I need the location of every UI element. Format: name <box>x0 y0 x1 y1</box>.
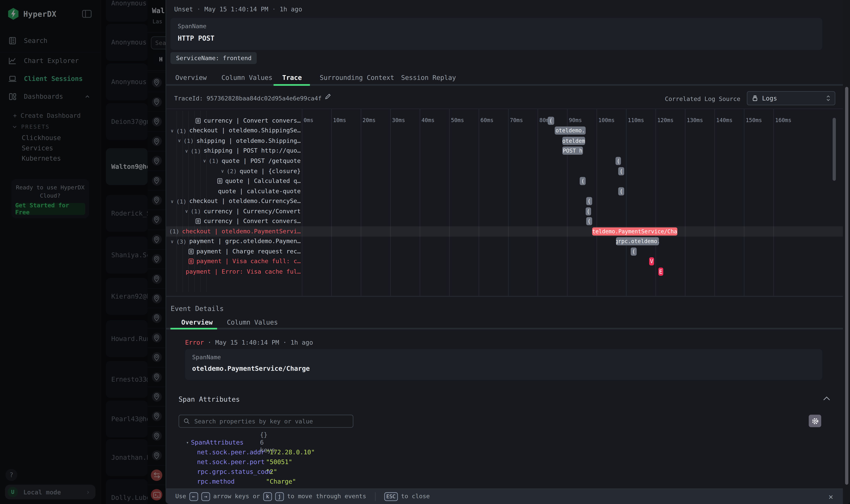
span-duration-bar[interactable]: grpc.oteldemo. <box>616 237 659 246</box>
span-tree-row[interactable]: ∨(1)quote | POST /getquote <box>170 156 301 166</box>
span-name-card: SpanName HTTP POST <box>170 18 822 50</box>
waterfall-scrollbar[interactable] <box>833 118 835 181</box>
span-tree-row[interactable]: ∨(1)currency | Currency/Convert <box>170 206 301 216</box>
chevron-down-icon[interactable]: ∨ <box>178 138 181 144</box>
tab-surrounding-context[interactable]: Surrounding Context <box>320 74 394 82</box>
span-duration-bar[interactable]: ( <box>631 248 636 256</box>
log-event-icon <box>188 259 194 265</box>
span-tree-row[interactable]: ∨(1)shipping | oteldemo.Shipping… <box>170 136 301 146</box>
tab-track <box>166 84 850 86</box>
log-source-value: Logs <box>762 94 822 102</box>
drawer-scrollbar-track[interactable] <box>843 0 850 504</box>
service-name-chip[interactable]: ServiceName: frontend <box>170 52 257 64</box>
tab-track <box>166 328 850 329</box>
attribute-row[interactable]: rpc.method"Charge" <box>197 478 235 485</box>
drawer-scrollbar-thumb[interactable] <box>845 87 848 485</box>
attribute-row[interactable]: net.sock.peer.addr"172.28.0.10" <box>197 448 265 456</box>
attribute-search <box>179 415 353 428</box>
chevron-down-icon[interactable]: ∨ <box>185 209 188 214</box>
timeline-tick: 30ms <box>392 117 405 123</box>
span-duration-bar[interactable]: oteldem <box>562 137 585 145</box>
span-tree-row[interactable]: ∨(1)checkout | oteldemo.PaymentServi… <box>170 227 301 236</box>
span-tree-row[interactable]: ∨(1)checkout | oteldemo.CurrencySe… <box>170 196 301 206</box>
span-tree-row[interactable]: currency | Convert convers… <box>170 115 301 126</box>
modal-backdrop[interactable] <box>0 0 165 504</box>
tab-overview[interactable]: Overview <box>175 74 207 82</box>
tab-session-replay[interactable]: Session Replay <box>401 74 456 82</box>
timeline-tick: 0ms <box>304 117 313 123</box>
span-name-value: HTTP POST <box>178 34 215 42</box>
attribute-row[interactable]: rpc.grpc.status_code"2" <box>197 468 272 475</box>
expander-icon[interactable]: ▾ <box>186 440 189 445</box>
close-icon[interactable]: ✕ <box>829 492 833 501</box>
event-status-line: Error·May 15 1:40:14 PM·1h ago <box>185 339 313 346</box>
attribute-root-row[interactable]: ▾ SpanAttributes {} 6 keys <box>186 438 243 446</box>
span-duration-bar[interactable]: E <box>658 268 664 276</box>
chevron-down-icon[interactable]: ∨ <box>221 168 224 174</box>
span-duration-bar[interactable]: oteldemo.PaymentService/Char <box>592 227 677 235</box>
span-tree-row[interactable]: currency | Convert convers… <box>170 216 301 227</box>
timeline-tick: 20ms <box>363 117 376 123</box>
collapse-section-icon[interactable] <box>823 396 830 401</box>
span-duration-bar[interactable]: ( <box>586 217 592 226</box>
span-tree-row[interactable]: quote | Calculated q… <box>170 176 301 186</box>
chevron-down-icon[interactable]: ∨ <box>203 158 206 164</box>
span-tree-row[interactable]: payment | Charge request rec… <box>170 247 301 256</box>
timeline-tick: 90ms <box>569 117 582 123</box>
span-duration-bar[interactable]: ( <box>547 116 554 125</box>
chevron-down-icon[interactable]: ∨ <box>166 229 166 234</box>
status-badge: Unset <box>174 5 193 13</box>
span-tree-row[interactable]: payment | Visa cache full: c… <box>170 256 301 267</box>
timestamp: May 15 1:40:14 PM <box>204 5 268 13</box>
event-details-heading: Event Details <box>170 305 224 313</box>
timeline-tick: 130ms <box>687 117 703 123</box>
select-chevrons-icon <box>826 95 830 102</box>
span-tree-row[interactable]: payment | Error: Visa cache ful… <box>170 267 301 277</box>
timeline-grid <box>302 108 777 296</box>
span-duration-bar[interactable]: V <box>649 257 654 266</box>
span-tree-row[interactable]: ∨(2)quote | {closure} <box>170 166 301 176</box>
chevron-down-icon[interactable]: ∨ <box>171 128 174 133</box>
attribute-row[interactable]: net.sock.peer.port"50051" <box>197 458 265 466</box>
span-tree-row[interactable]: ∨(1)shipping | POST http://quo… <box>170 146 301 156</box>
span-duration-bar[interactable]: ( <box>585 207 591 215</box>
span-name-card: SpanName oteldemo.PaymentService/Charge <box>185 349 822 380</box>
settings-button[interactable] <box>809 415 821 427</box>
trace-id: TraceId: 957362828baa84dc02d95a4e6e99ca4… <box>174 95 322 102</box>
log-event-icon <box>196 218 201 224</box>
search-icon <box>183 418 190 424</box>
trace-waterfall: 0ms10ms20ms30ms40ms50ms60ms70ms80ms90ms1… <box>166 108 843 296</box>
correlated-log-source-label: Correlated Log Source <box>665 95 740 103</box>
timeline-tick: 150ms <box>746 117 762 123</box>
log-source-select[interactable]: Logs <box>747 91 835 105</box>
span-duration-bar[interactable]: ( <box>618 187 624 195</box>
chevron-down-icon[interactable]: ∨ <box>185 148 188 154</box>
timeline-tick: 70ms <box>510 117 523 123</box>
span-duration-bar[interactable]: ( <box>586 197 592 205</box>
span-tree-row[interactable]: ∨(1)checkout | oteldemo.ShippingSe… <box>170 126 301 136</box>
event-details-tab-overview[interactable]: Overview <box>181 319 213 326</box>
span-duration-bar[interactable]: ( <box>615 157 621 165</box>
span-name-label: SpanName <box>192 354 221 361</box>
span-tree-row[interactable]: ∨(3)payment | grpc.oteldemo.Paymen… <box>170 236 301 247</box>
span-duration-bar[interactable]: ( <box>618 167 624 175</box>
edit-icon[interactable] <box>325 93 331 100</box>
relative-time: 1h ago <box>279 5 302 13</box>
span-tree-row[interactable]: quote | calculate-quote <box>170 186 301 196</box>
timeline-tick: 110ms <box>628 117 644 123</box>
timeline-tick: 120ms <box>657 117 674 123</box>
timeline-tick: 100ms <box>598 117 615 123</box>
span-duration-bar[interactable]: oteldemo. <box>555 127 585 135</box>
timeline-tick: 10ms <box>333 117 346 123</box>
arrow-right-key: → <box>201 492 210 501</box>
span-duration-bar[interactable]: POST h <box>562 147 583 155</box>
chevron-down-icon[interactable]: ∨ <box>171 239 174 244</box>
tab-column-values[interactable]: Column Values <box>221 74 272 82</box>
divider <box>375 492 376 501</box>
chevron-down-icon[interactable]: ∨ <box>171 198 174 204</box>
timestamp: May 15 1:40:14 PM <box>215 339 279 346</box>
attribute-search-input[interactable] <box>193 417 348 425</box>
span-duration-bar[interactable]: ( <box>580 177 586 185</box>
tab-trace[interactable]: Trace <box>282 74 302 82</box>
event-details-tab-column-values[interactable]: Column Values <box>227 319 278 326</box>
